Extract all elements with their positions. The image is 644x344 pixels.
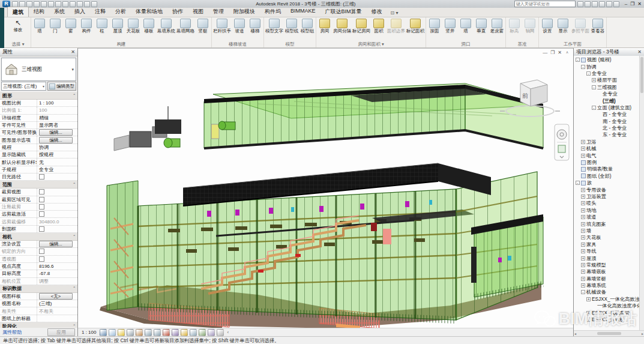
expand-icon[interactable]: + <box>586 311 591 315</box>
group-label[interactable]: 工作平面 <box>540 41 606 47</box>
tree-item[interactable]: +常规模型 <box>574 262 640 268</box>
area-button[interactable]: 面积 <box>371 17 387 34</box>
expand-icon[interactable]: + <box>581 208 585 213</box>
tree-item[interactable]: 图纸 (全部) <box>574 173 640 180</box>
tab-广联达BIM算量[interactable]: 广联达BIM算量 <box>320 7 367 17</box>
expand-icon[interactable]: + <box>581 146 585 151</box>
section-header[interactable]: 范围ˆ <box>0 181 77 189</box>
property-value[interactable]: 编辑... <box>37 137 77 143</box>
section-collapse-icon[interactable]: ˆ <box>73 324 75 328</box>
workplane-viewer-button[interactable]: 查看器 <box>590 17 606 34</box>
section-header[interactable]: 标识数据ˆ <box>0 285 77 293</box>
model-text-button[interactable]: 模型文字 <box>265 17 284 34</box>
workplane-show-button[interactable]: 显示 <box>555 17 571 34</box>
tree-item[interactable]: -三维视图 <box>574 84 640 91</box>
section-header[interactable]: 相机ˆ <box>0 233 77 241</box>
property-value[interactable]: (三维) <box>37 300 77 307</box>
collapse-icon[interactable]: - <box>576 58 580 62</box>
ref-plane-button[interactable]: 参照平面 <box>571 17 590 34</box>
tab-视图[interactable]: 视图 <box>188 7 208 17</box>
ribbon-display-toggle[interactable]: ⊡ ▾ <box>391 10 399 17</box>
tree-item[interactable]: +电气 <box>574 152 640 158</box>
wall-button[interactable]: 墙 <box>32 17 47 34</box>
collapse-icon[interactable]: - <box>581 65 585 69</box>
expand-icon[interactable]: + <box>581 270 585 274</box>
tab-附加模块[interactable]: 附加模块 <box>229 7 260 17</box>
help-icon[interactable] <box>613 1 619 7</box>
property-value[interactable]: <无> <box>37 293 77 300</box>
property-value[interactable]: 100 <box>37 107 77 113</box>
expand-icon[interactable]: + <box>581 235 585 240</box>
property-value[interactable]: 无 <box>37 159 77 166</box>
tree-item[interactable]: -立面 (建筑立面) <box>574 104 640 111</box>
tree-item[interactable]: +幕墙系统 <box>574 282 640 289</box>
restore-button[interactable]: ❐ <box>630 1 634 7</box>
expand-icon[interactable]: + <box>581 249 585 253</box>
floor-button[interactable]: 楼板 <box>141 17 157 34</box>
property-value[interactable]: 304800.0 <box>37 219 77 225</box>
expand-icon[interactable]: + <box>581 215 585 219</box>
tree-item[interactable]: -协调 <box>574 63 640 70</box>
property-value[interactable] <box>37 256 77 262</box>
opening-by-face-button[interactable]: 按面 <box>427 17 442 34</box>
edit-button[interactable]: 编辑... <box>39 137 73 143</box>
section-collapse-icon[interactable]: ˆ <box>73 93 75 98</box>
property-value[interactable] <box>37 204 77 210</box>
render-dialog-icon[interactable] <box>136 329 143 336</box>
type-selector[interactable]: 三维视图 ▾ <box>1 58 76 81</box>
checkbox[interactable] <box>39 256 44 262</box>
tree-item[interactable]: -ESJXX_多联机 <box>574 316 640 323</box>
view-selector-dropdown[interactable]: 三维视图: (三维)▾ <box>1 82 46 91</box>
level-button[interactable]: 标高 <box>507 17 522 34</box>
tree-item[interactable]: (三维) <box>574 97 640 104</box>
search-icon[interactable] <box>577 1 583 7</box>
panel-collapse-icon[interactable]: ＾ <box>565 50 570 56</box>
property-value[interactable] <box>37 211 77 217</box>
workplane-set-button[interactable]: 设置 <box>540 17 555 34</box>
area-tag-button[interactable]: 标记面积 <box>406 17 425 34</box>
mullion-button[interactable]: 竖梃 <box>195 17 211 34</box>
property-value[interactable]: -67.8 <box>37 271 77 276</box>
undo-icon[interactable] <box>34 1 40 7</box>
section-header[interactable]: 阶段化ˆ <box>0 322 77 328</box>
browser-vertical-scrollbar[interactable] <box>639 56 644 331</box>
view-scale-button[interactable]: 1 : 100 <box>82 330 96 335</box>
tree-item[interactable]: +楼层平面 <box>574 77 640 83</box>
minimize-button[interactable]: – <box>625 1 627 7</box>
group-label[interactable]: 楼梯坡道 <box>212 41 263 47</box>
tree-item[interactable]: +屋顶 <box>574 255 640 261</box>
stair-button[interactable]: 楼梯 <box>247 17 263 34</box>
detail-level-icon[interactable] <box>100 329 107 336</box>
exchange-apps-icon[interactable] <box>606 1 612 7</box>
section-header[interactable]: 图形ˆ <box>0 92 77 100</box>
expand-icon[interactable]: + <box>581 140 585 144</box>
infocenter-search-input[interactable] <box>514 1 576 7</box>
collapse-icon[interactable]: - <box>586 71 591 76</box>
checkbox[interactable] <box>39 174 44 180</box>
properties-help-link[interactable]: 属性帮助 <box>2 329 22 336</box>
expand-icon[interactable]: + <box>581 188 585 192</box>
tree-item[interactable]: -全专业 <box>574 70 640 77</box>
expand-icon[interactable]: + <box>581 229 585 233</box>
group-label[interactable]: 房间和面积 ▾ <box>317 41 425 47</box>
dormer-opening-button[interactable]: 老虎窗 <box>489 17 505 34</box>
expand-icon[interactable]: + <box>581 222 585 226</box>
tree-item[interactable]: 东 - 全专业 <box>574 131 640 138</box>
temporary-view-properties-icon[interactable] <box>190 329 197 336</box>
tab-协作[interactable]: 协作 <box>167 7 188 17</box>
ceiling-button[interactable]: 天花板 <box>125 17 141 34</box>
tab-BIMMAKE[interactable]: BIMMAKE <box>286 7 320 17</box>
property-value[interactable]: 显示两者 <box>37 122 77 128</box>
view-restore-icon[interactable]: ❐ <box>550 50 555 56</box>
group-label[interactable]: 构建 <box>32 41 211 47</box>
ramp-button[interactable]: 坡道 <box>232 17 247 34</box>
right-annex-building[interactable] <box>471 214 543 297</box>
expand-icon[interactable]: + <box>586 297 591 301</box>
section-collapse-icon[interactable]: ˆ <box>73 286 75 291</box>
close-button[interactable]: ✕ <box>637 1 642 7</box>
collapse-icon[interactable]: - <box>592 106 596 110</box>
tree-item[interactable]: +卫浴装置 <box>574 193 640 200</box>
tab-系统[interactable]: 系统 <box>49 7 70 17</box>
tab-插入[interactable]: 插入 <box>70 7 90 17</box>
property-value[interactable]: 编辑... <box>37 241 77 247</box>
